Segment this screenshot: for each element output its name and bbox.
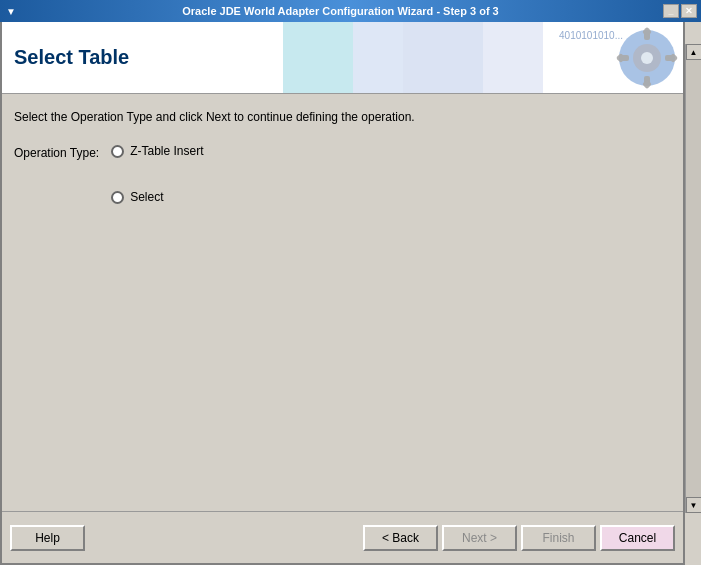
header-background: 4010101010... [283,22,683,93]
radio-button-select[interactable] [111,191,124,204]
window-wrapper: Select Table 4010101010... [0,22,701,565]
page-title: Select Table [14,46,129,69]
title-bar-buttons: _ ✕ [663,4,697,18]
header-bg-text: 4010101010... [559,30,623,41]
radio-label-ztable-insert: Z-Table Insert [130,144,203,158]
finish-button[interactable]: Finish [521,525,596,551]
operation-type-row: Operation Type: Z-Table Insert Select [14,144,671,204]
window-title: Oracle JDE World Adapter Configuration W… [182,5,499,17]
scroll-up-button[interactable]: ▲ [686,44,702,60]
description-text: Select the Operation Type and click Next… [14,110,671,124]
radio-button-ztable-insert[interactable] [111,145,124,158]
header-bg-rect2 [353,22,403,93]
header-panel: Select Table 4010101010... [2,22,683,94]
operation-type-label: Operation Type: [14,144,99,160]
header-bg-rect4 [483,22,543,93]
header-bg-rect3 [403,22,483,93]
scrollbar: ▲ ▼ [685,44,701,513]
footer-right-buttons: < Back Next > Finish Cancel [363,525,675,551]
main-content-area: Select Table 4010101010... [0,22,685,565]
main-window: Select Table 4010101010... [0,22,685,565]
content-area: Select the Operation Type and click Next… [2,94,683,511]
window-icon: ▼ [4,4,18,18]
svg-point-12 [641,52,653,64]
minimize-button[interactable]: _ [663,4,679,18]
radio-options-group: Z-Table Insert Select [111,144,203,204]
close-button[interactable]: ✕ [681,4,697,18]
header-bg-rect1 [283,22,353,93]
help-button[interactable]: Help [10,525,85,551]
radio-option-select[interactable]: Select [111,190,203,204]
radio-option-ztable-insert[interactable]: Z-Table Insert [111,144,203,158]
footer: Help < Back Next > Finish Cancel [2,511,683,563]
scroll-track [686,60,701,497]
title-bar: ▼ Oracle JDE World Adapter Configuration… [0,0,701,22]
back-button[interactable]: < Back [363,525,438,551]
footer-left-buttons: Help [10,525,85,551]
next-button[interactable]: Next > [442,525,517,551]
gear-icon [615,26,679,90]
scroll-down-button[interactable]: ▼ [686,497,702,513]
radio-label-select: Select [130,190,163,204]
cancel-button[interactable]: Cancel [600,525,675,551]
